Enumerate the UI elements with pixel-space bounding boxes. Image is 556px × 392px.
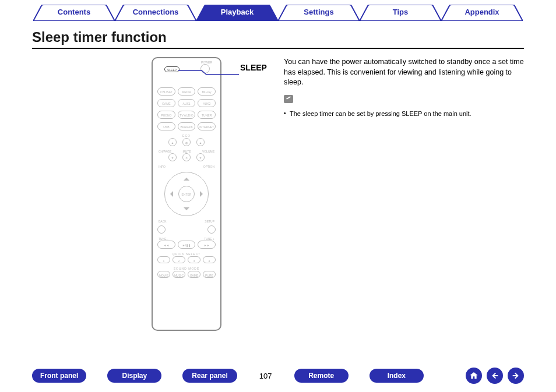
page-number: 107 [258, 372, 273, 380]
remote-setup-button [207, 225, 216, 234]
remote-source-button: AUX1 [178, 99, 196, 107]
tab-label: Contents [58, 8, 90, 16]
remote-source-button: Bluetooth [178, 122, 196, 130]
top-tabs: Contents Connections Playback Settings T… [0, 0, 556, 21]
remote-transport-next: ►► [198, 241, 216, 249]
remote-eco-left: ▲ [168, 138, 177, 146]
remote-option-label: OPTION [203, 165, 214, 168]
tab-connections[interactable]: Connections [115, 5, 196, 21]
nav-rear-panel[interactable]: Rear panel [182, 369, 237, 383]
remote-qs-1: 1 [157, 256, 170, 263]
remote-power-button [200, 64, 210, 73]
remote-qs-3: 3 [188, 256, 200, 263]
prev-page-icon[interactable] [487, 368, 503, 384]
remote-source-button: PHONO [157, 111, 175, 119]
remote-eco-right: ▲ [196, 138, 205, 146]
remote-back-label: BACK [159, 220, 167, 223]
remote-mode-game: GAME [188, 271, 200, 278]
home-icon[interactable] [466, 368, 482, 384]
tab-appendix[interactable]: Appendix [441, 5, 523, 21]
tab-label: Settings [304, 8, 333, 16]
nav-index[interactable]: Index [370, 369, 424, 383]
remote-info-label: INFO [159, 165, 166, 168]
remote-eco-center: ◐ [182, 138, 191, 146]
remote-transport-prev: ◄◄ [157, 241, 175, 249]
remote-qs-4: 4 [203, 256, 216, 263]
tab-label: Connections [133, 8, 179, 16]
callout-sleep-label: SLEEP [240, 63, 267, 72]
page-title: Sleep timer function [32, 29, 524, 45]
remote-qs-2: 2 [173, 256, 185, 263]
remote-mode-music: MUSIC [173, 271, 185, 278]
remote-soundmode-label: SOUND MODE [157, 267, 216, 270]
remote-source-button: AUX2 [198, 99, 216, 107]
remote-source-button: TUNER [198, 111, 216, 119]
remote-power-label: POWER [201, 61, 212, 64]
nav-display[interactable]: Display [107, 369, 161, 383]
tab-label: Tips [393, 8, 409, 16]
remote-chpage-label: CH/PAGE [159, 150, 171, 153]
remote-column: SLEEP POWER CBL/SATMEDIA PLAYERBlu-ray G… [32, 55, 277, 331]
nav-remote[interactable]: Remote [294, 369, 349, 383]
remote-body: SLEEP POWER CBL/SATMEDIA PLAYERBlu-ray G… [152, 57, 221, 331]
tab-label: Playback [221, 8, 254, 16]
remote-source-button: TV AUDIO [178, 111, 196, 119]
nav-front-panel[interactable]: Front panel [32, 369, 86, 383]
note-text: The sleep timer can be set by pressing S… [284, 110, 524, 117]
bottom-nav: Front panel Display Rear panel 107 Remot… [0, 368, 556, 384]
remote-back-button [157, 225, 166, 234]
remote-mute-button: ✕ [182, 153, 191, 161]
tab-label: Appendix [464, 8, 499, 16]
remote-source-button: CBL/SAT [157, 87, 175, 96]
description-text: You can have the power automatically swi… [284, 57, 524, 88]
remote-quickselect-label: QUICK SELECT [157, 252, 216, 256]
remote-source-button: USB [157, 122, 175, 130]
note-icon [284, 95, 293, 103]
tab-playback[interactable]: Playback [196, 5, 278, 21]
remote-transport-play: ►/❚❚ [178, 241, 196, 249]
remote-enter-button: ENTER [178, 186, 195, 202]
tab-contents[interactable]: Contents [33, 5, 115, 21]
remote-mode-movie: MOVIE [157, 271, 170, 278]
remote-illustration: SLEEP POWER CBL/SATMEDIA PLAYERBlu-ray G… [152, 57, 221, 331]
remote-volume-label: VOLUME [202, 150, 214, 153]
remote-volume-down: ▼ [196, 153, 205, 161]
remote-source-button: INTERNET RADIO [198, 122, 216, 130]
remote-setup-label: SETUP [205, 220, 214, 223]
next-page-icon[interactable] [508, 368, 524, 384]
content-area: SLEEP POWER CBL/SATMEDIA PLAYERBlu-ray G… [0, 49, 556, 331]
description-column: You can have the power automatically swi… [277, 55, 524, 331]
remote-chpage-down: ▼ [168, 153, 177, 161]
remote-eco-label: ECO [157, 134, 216, 137]
tab-settings[interactable]: Settings [278, 5, 360, 21]
remote-dpad: ENTER [164, 172, 209, 216]
remote-source-button: MEDIA PLAYER [178, 87, 196, 96]
tab-tips[interactable]: Tips [360, 5, 441, 21]
remote-mode-pure: PURE [203, 271, 216, 278]
remote-sleep-button: SLEEP [164, 66, 180, 72]
remote-source-button: Blu-ray [198, 87, 216, 96]
remote-source-button: GAME [157, 99, 175, 107]
